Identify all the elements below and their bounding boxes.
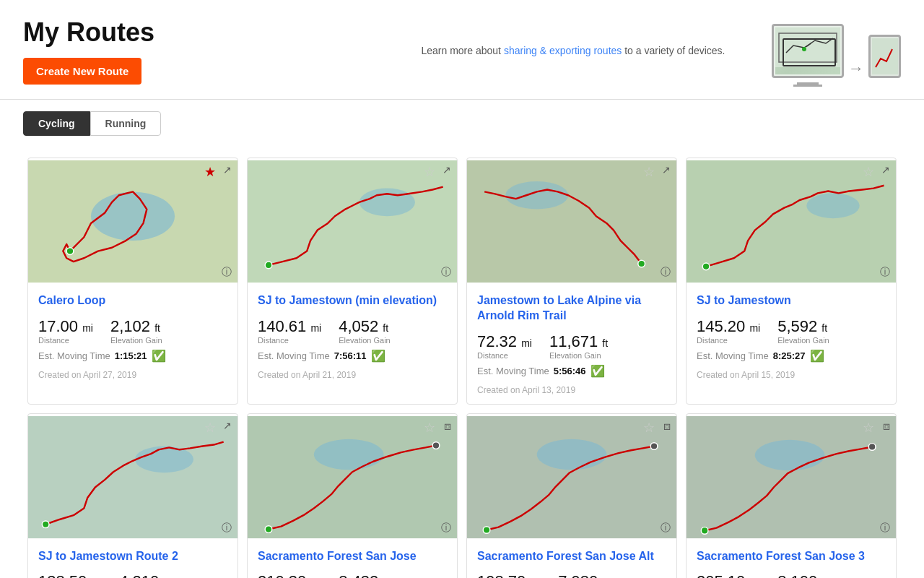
info-icon[interactable]: ⓘ: [880, 522, 890, 535]
distance-value: 210.30 mi: [258, 572, 321, 578]
star-outline-icon[interactable]: ☆: [204, 420, 216, 436]
route-name[interactable]: SJ to Jamestown (min elevation): [258, 293, 447, 309]
tablet-screen: [872, 38, 898, 74]
distance-stat: 198.70 mi Distance: [477, 572, 541, 578]
star-outline-icon[interactable]: ☆: [863, 164, 874, 180]
route-name[interactable]: SJ to Jamestown: [697, 293, 886, 309]
route-info: Jamestown to Lake Alpine via Arnold Rim …: [467, 285, 676, 404]
export-link[interactable]: sharing & exporting routes: [504, 45, 622, 56]
elevation-value: 5,592 ft: [777, 317, 829, 336]
distance-label: Distance: [38, 336, 93, 345]
route-stats: 138.50 mi Distance 4,210 ft Elevation Ga…: [38, 572, 227, 578]
info-icon[interactable]: ⓘ: [661, 522, 671, 535]
svg-point-14: [638, 260, 645, 267]
tab-cycling[interactable]: Cycling: [23, 111, 90, 136]
svg-point-6: [91, 191, 175, 241]
expand-icon[interactable]: ↗: [223, 164, 232, 176]
route-card[interactable]: ☆ ⧈ ⓘ Sacramento Forest San Jose 3 205.1…: [686, 413, 897, 578]
distance-value: 205.10 mi: [697, 572, 760, 578]
moving-time-row: Est. Moving Time 1:15:21 ✅: [38, 349, 227, 363]
star-outline-icon[interactable]: ☆: [643, 420, 655, 436]
distance-value: 145.20 mi: [697, 317, 760, 336]
verified-icon: ✅: [590, 364, 605, 378]
route-name[interactable]: Sacramento Forest San Jose 3: [697, 549, 886, 564]
route-info: SJ to Jamestown 145.20 mi Distance 5,592…: [687, 285, 896, 389]
svg-point-32: [701, 527, 708, 534]
export-text-after: to a variety of devices.: [624, 45, 725, 56]
star-icon[interactable]: ★: [204, 164, 216, 180]
distance-stat: 17.00 mi Distance: [38, 317, 93, 345]
created-date: Created on April 21, 2019: [258, 370, 447, 380]
distance-label: Distance: [477, 351, 532, 360]
distance-stat: 145.20 mi Distance: [697, 317, 760, 345]
star-outline-icon[interactable]: ☆: [643, 164, 655, 180]
expand-icon[interactable]: ↗: [881, 164, 890, 176]
checkerboard-icon: ⧈: [444, 420, 451, 433]
route-stats: 205.10 mi Distance 8,100 ft Elevation Ga…: [697, 572, 886, 578]
tab-running[interactable]: Running: [90, 111, 162, 136]
route-card[interactable]: ☆ ↗ ⓘ SJ to Jamestown 145.20 mi Distance…: [686, 158, 897, 405]
svg-point-16: [806, 193, 859, 218]
route-card[interactable]: ★ ↗ ⓘ Calero Loop 17.00 mi Distance 2,10…: [27, 158, 238, 405]
route-card[interactable]: ☆ ⧈ ⓘ Sacramento Forest San Jose Alt 198…: [466, 413, 677, 578]
route-info: Sacramento Forest San Jose 210.30 mi Dis…: [248, 540, 457, 578]
star-outline-icon[interactable]: ☆: [424, 420, 435, 436]
route-name[interactable]: Jamestown to Lake Alpine via Arnold Rim …: [477, 293, 666, 324]
route-name[interactable]: Sacramento Forest San Jose: [258, 549, 447, 564]
header: My Routes Create New Route Learn more ab…: [0, 0, 924, 100]
route-card[interactable]: ☆ ⧈ ⓘ Sacramento Forest San Jose 210.30 …: [247, 413, 458, 578]
expand-icon[interactable]: ↗: [662, 164, 671, 176]
distance-value: 198.70 mi: [477, 572, 541, 578]
route-name[interactable]: Sacramento Forest San Jose Alt: [477, 549, 666, 564]
distance-stat: 205.10 mi Distance: [697, 572, 760, 578]
route-name[interactable]: SJ to Jamestown Route 2: [38, 549, 227, 564]
svg-point-2: [802, 47, 806, 51]
elevation-stat: 11,671 ft Elevation Gain: [549, 332, 608, 360]
star-outline-icon[interactable]: ☆: [424, 164, 435, 180]
route-info: SJ to Jamestown (min elevation) 140.61 m…: [248, 285, 457, 389]
route-info: Calero Loop 17.00 mi Distance 2,102 ft E…: [28, 285, 237, 389]
svg-point-26: [537, 439, 607, 470]
tabs: Cycling Running: [23, 111, 901, 136]
route-stats: 210.30 mi Distance 8,432 ft Elevation Ga…: [258, 572, 447, 578]
moving-time-label: Est. Moving Time: [697, 350, 769, 361]
svg-point-30: [755, 439, 825, 470]
expand-icon[interactable]: ↗: [223, 420, 232, 431]
header-right: →: [757, 24, 901, 78]
svg-point-27: [650, 442, 658, 449]
route-card[interactable]: ☆ ↗ ⓘ SJ to Jamestown (min elevation) 14…: [247, 158, 458, 405]
route-map: ☆ ⧈ ⓘ: [248, 414, 457, 540]
moving-time-row: Est. Moving Time 8:25:27 ✅: [697, 349, 886, 363]
svg-line-3: [806, 43, 811, 47]
route-stats: 140.61 mi Distance 4,052 ft Elevation Ga…: [258, 317, 447, 345]
tablet-icon: [868, 35, 901, 78]
route-map: ★ ↗ ⓘ: [28, 158, 237, 285]
elevation-value: 8,432 ft: [339, 572, 391, 578]
star-outline-icon[interactable]: ☆: [863, 420, 874, 436]
expand-icon[interactable]: ↗: [443, 164, 451, 176]
elevation-value: 2,102 ft: [110, 317, 162, 336]
monitor-map-svg: [775, 27, 840, 67]
info-icon[interactable]: ⓘ: [222, 522, 232, 535]
route-card[interactable]: ☆ ↗ ⓘ SJ to Jamestown Route 2 138.50 mi …: [27, 413, 238, 578]
info-icon[interactable]: ⓘ: [441, 522, 451, 535]
info-icon[interactable]: ⓘ: [661, 266, 671, 279]
distance-value: 17.00 mi: [38, 317, 93, 336]
route-stats: 17.00 mi Distance 2,102 ft Elevation Gai…: [38, 317, 227, 345]
arrow-icon: →: [848, 59, 864, 78]
info-icon[interactable]: ⓘ: [222, 266, 232, 279]
info-icon[interactable]: ⓘ: [441, 266, 451, 279]
verified-icon: ✅: [810, 349, 824, 363]
route-name[interactable]: Calero Loop: [38, 293, 227, 309]
created-date: Created on April 13, 2019: [477, 385, 666, 395]
svg-point-22: [314, 439, 384, 470]
route-card[interactable]: ☆ ↗ ⓘ Jamestown to Lake Alpine via Arnol…: [466, 158, 677, 405]
elevation-stat: 7,980 ft Elevation Gain: [558, 572, 610, 578]
create-route-button[interactable]: Create New Route: [23, 58, 141, 85]
info-icon[interactable]: ⓘ: [880, 266, 890, 279]
moving-time-row: Est. Moving Time 5:56:46 ✅: [477, 364, 666, 378]
svg-point-11: [265, 262, 272, 269]
moving-time-label: Est. Moving Time: [477, 366, 549, 376]
elevation-value: 4,052 ft: [339, 317, 391, 336]
page-title: My Routes: [23, 17, 390, 48]
